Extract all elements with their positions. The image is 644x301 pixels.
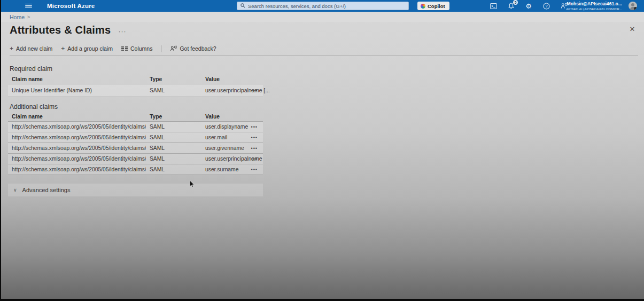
add-group-claim-button[interactable]: + Add a group claim <box>61 45 113 52</box>
got-feedback-button[interactable]: Got feedback? <box>170 45 216 52</box>
claim-table-row[interactable]: http://schemas.xmlsoap.org/ws/2005/05/id… <box>8 132 263 143</box>
column-header-type[interactable]: Type <box>146 114 201 120</box>
column-header-claim-name[interactable]: Claim name <box>8 76 146 82</box>
command-bar: + Add new claim + Add a group claim Colu… <box>10 45 216 52</box>
feedback-person-icon <box>170 45 177 52</box>
settings-gear-icon[interactable]: ⚙ <box>524 2 533 10</box>
hamburger-menu-icon[interactable] <box>19 0 37 12</box>
copilot-icon <box>421 4 425 9</box>
help-icon[interactable]: ? <box>542 2 550 10</box>
copilot-label: Copilot <box>428 3 445 9</box>
claim-value-cell: user.mail <box>201 134 249 140</box>
claim-type-cell: SAML <box>146 88 201 93</box>
toolbar-divider <box>161 45 161 52</box>
claim-name-cell: http://schemas.xmlsoap.org/ws/2005/05/id… <box>8 145 146 151</box>
column-header-value[interactable]: Value <box>201 76 249 82</box>
mouse-cursor <box>190 180 195 190</box>
advanced-settings-expander[interactable]: ∨ Advanced settings <box>8 184 263 196</box>
account-email: Mohsin@APIsecai461.o... <box>565 1 622 7</box>
claim-value-cell: user.userprincipalname <box>201 156 249 162</box>
global-search[interactable] <box>237 2 409 10</box>
topbar-icon-group: 5 ⚙ ? <box>489 0 568 12</box>
breadcrumb: Home > <box>0 12 644 22</box>
add-group-claim-label: Add a group claim <box>67 45 113 52</box>
breadcrumb-home-link[interactable]: Home <box>10 14 25 20</box>
azure-brand-title[interactable]: Microsoft Azure <box>47 3 95 9</box>
claim-name-cell: http://schemas.xmlsoap.org/ws/2005/05/id… <box>8 167 146 172</box>
table-header-row: Claim name Type Value <box>8 112 263 122</box>
claim-name-cell: http://schemas.xmlsoap.org/ws/2005/05/id… <box>8 156 146 162</box>
additional-claims-section-title: Additional claims <box>10 103 58 110</box>
account-menu[interactable]: Mohsin@APIsecai461.o... APISEC.AI (APISE… <box>565 1 622 11</box>
claim-name-cell: http://schemas.xmlsoap.org/ws/2005/05/id… <box>8 124 146 130</box>
column-header-claim-name[interactable]: Claim name <box>8 114 146 120</box>
plus-icon: + <box>10 45 13 52</box>
search-input[interactable] <box>248 3 405 9</box>
claim-value-cell: user.userprincipalname [... <box>201 88 249 93</box>
close-pane-icon[interactable]: ✕ <box>627 25 637 34</box>
chevron-down-icon: ∨ <box>13 187 17 193</box>
notifications-bell-icon[interactable]: 5 <box>507 2 515 10</box>
search-icon <box>240 3 245 9</box>
title-context-menu-icon[interactable]: ··· <box>118 26 126 35</box>
claim-table-row[interactable]: Unique User Identifier (Name ID)SAMLuser… <box>8 84 263 97</box>
azure-top-bar: Microsoft Azure Copilot 5 ⚙ ? Mohsin@API… <box>0 0 644 12</box>
row-ellipsis-menu-icon[interactable]: ••• <box>249 88 263 93</box>
lock-badge-icon <box>634 7 637 10</box>
screen-edge-left <box>0 0 1 301</box>
claim-type-cell: SAML <box>146 134 201 140</box>
row-ellipsis-menu-icon[interactable]: ••• <box>249 156 263 162</box>
claim-value-cell: user.givenname <box>201 145 249 151</box>
add-new-claim-button[interactable]: + Add new claim <box>10 45 52 52</box>
table-header-row: Claim name Type Value <box>8 74 263 84</box>
claim-name-cell: http://schemas.xmlsoap.org/ws/2005/05/id… <box>8 134 146 140</box>
add-new-claim-label: Add new claim <box>16 45 52 52</box>
claim-type-cell: SAML <box>146 124 201 130</box>
copilot-button[interactable]: Copilot <box>417 2 449 10</box>
column-header-type[interactable]: Type <box>146 76 201 82</box>
advanced-settings-label: Advanced settings <box>22 187 71 193</box>
required-claim-section-title: Required claim <box>10 65 52 73</box>
claim-value-cell: user.surname <box>201 167 249 172</box>
required-claim-table: Claim name Type Value Unique User Identi… <box>8 74 263 97</box>
screen-edge-bottom <box>0 299 644 301</box>
row-ellipsis-menu-icon[interactable]: ••• <box>249 146 263 151</box>
claim-name-cell: Unique User Identifier (Name ID) <box>8 88 146 93</box>
page-title: Attributes & Claims <box>10 24 111 36</box>
columns-button[interactable]: Columns <box>121 45 152 52</box>
claim-value-cell: user.displayname <box>201 124 249 130</box>
claim-table-row[interactable]: http://schemas.xmlsoap.org/ws/2005/05/id… <box>8 154 263 164</box>
claim-table-row[interactable]: http://schemas.xmlsoap.org/ws/2005/05/id… <box>8 143 263 154</box>
cloud-shell-icon[interactable] <box>489 2 498 10</box>
row-ellipsis-menu-icon[interactable]: ••• <box>249 124 263 130</box>
claim-table-row[interactable]: http://schemas.xmlsoap.org/ws/2005/05/id… <box>8 122 263 132</box>
claim-type-cell: SAML <box>146 156 201 162</box>
additional-claims-table: Claim name Type Value http://schemas.xml… <box>8 112 263 175</box>
columns-label: Columns <box>130 45 152 52</box>
notification-count-badge: 5 <box>513 0 518 5</box>
columns-icon <box>121 46 128 51</box>
avatar[interactable] <box>629 2 637 10</box>
svg-text:?: ? <box>545 4 547 9</box>
claim-table-row[interactable]: http://schemas.xmlsoap.org/ws/2005/05/id… <box>8 164 263 175</box>
plus-icon: + <box>61 45 65 52</box>
claim-type-cell: SAML <box>146 145 201 151</box>
row-ellipsis-menu-icon[interactable]: ••• <box>249 135 263 140</box>
claim-type-cell: SAML <box>146 167 201 172</box>
got-feedback-label: Got feedback? <box>180 45 216 52</box>
toolbar-rule <box>10 55 638 56</box>
column-header-value[interactable]: Value <box>201 114 249 120</box>
account-tenant: APISEC.AI (APISECAI461.ONMICR... <box>565 7 622 11</box>
breadcrumb-separator: > <box>27 14 30 20</box>
row-ellipsis-menu-icon[interactable]: ••• <box>249 167 263 172</box>
